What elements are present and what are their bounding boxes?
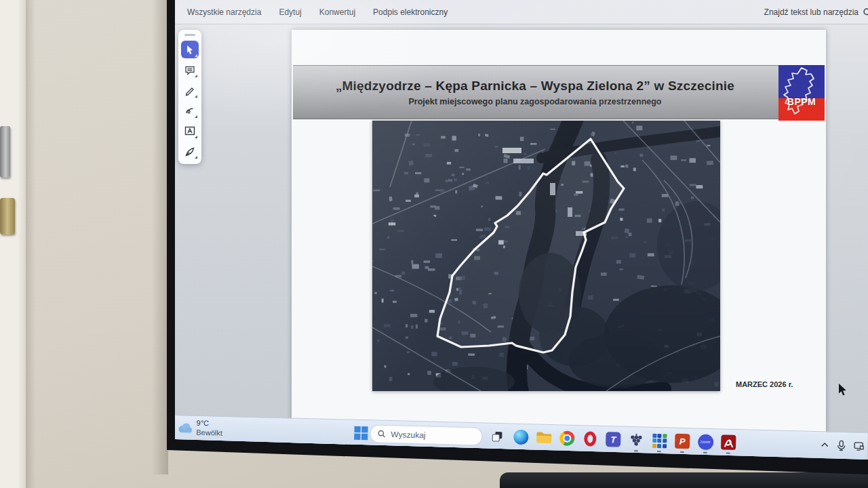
zoom-button[interactable]: zoom: [696, 432, 715, 451]
zoom-app-icon: zoom: [697, 434, 713, 450]
monitor-bezel: Wszystkie narzędzia Edytuj Konwertuj Pod…: [167, 0, 868, 476]
search-placeholder: Wyszukaj: [391, 430, 426, 440]
taskbar-search[interactable]: Wyszukaj: [370, 424, 483, 445]
acrobat-button[interactable]: [719, 433, 738, 451]
edge-button[interactable]: [512, 428, 530, 447]
edge-icon: [513, 430, 529, 445]
powerpoint-button[interactable]: P: [673, 432, 692, 451]
menu-edit[interactable]: Edytuj: [279, 7, 301, 17]
opera-button[interactable]: [581, 430, 599, 448]
satellite-map-graphic: [372, 121, 720, 391]
acrobat-icon: [721, 434, 736, 450]
fill-sign-tool-button[interactable]: [181, 142, 199, 160]
grapes-app-button[interactable]: [627, 431, 646, 449]
powerpoint-icon: P: [675, 434, 690, 449]
start-button[interactable]: [352, 424, 370, 443]
select-tool-button[interactable]: [181, 41, 199, 58]
bppm-logo-text: BPPM: [778, 96, 825, 107]
satellite-map: [372, 121, 720, 391]
menu-all-tools[interactable]: Wszystkie narzędzia: [187, 7, 261, 17]
mouse-cursor: [838, 384, 848, 396]
highlight-tool-button[interactable]: [181, 81, 199, 99]
tray-expand-button[interactable]: [816, 436, 834, 454]
door-frame-shadow: [26, 0, 35, 488]
teams-button[interactable]: T: [604, 430, 623, 449]
door-hinge-lower: [0, 198, 15, 235]
weather-condition: Bewölkt: [196, 428, 222, 439]
grapes-icon: [628, 433, 644, 447]
windows-logo-icon: [353, 426, 369, 441]
chevron-up-icon: [819, 439, 830, 450]
microphone-tray-button[interactable]: [832, 436, 850, 455]
search-icon: [863, 7, 868, 18]
opera-icon: [584, 431, 597, 446]
weather-widget[interactable]: 9°C Bewölkt: [177, 418, 222, 438]
microphone-icon: [835, 439, 846, 451]
task-view-icon: [490, 430, 504, 443]
chrome-icon: [559, 430, 575, 446]
draw-tool-button[interactable]: [181, 102, 199, 119]
acrobat-menubar: Wszystkie narzędzia Edytuj Konwertuj Pod…: [175, 0, 868, 24]
bppm-logo: BPPM: [778, 65, 825, 121]
network-display-icon: [852, 440, 864, 451]
slide-title: „Międzyodrze – Kępa Parnicka – Wyspa Zie…: [336, 79, 734, 94]
office-grid-button[interactable]: [650, 432, 669, 450]
file-explorer-button[interactable]: [535, 428, 553, 447]
door-frame: [0, 0, 26, 488]
bppm-logo-graphic: [778, 65, 825, 121]
pdf-page: „Międzyodrze – Kępa Parnicka – Wyspa Zie…: [292, 30, 826, 450]
chrome-button[interactable]: [558, 429, 576, 447]
find-tools-label: Znajdź tekst lub narzędzia: [764, 7, 859, 17]
textbox-tool-button[interactable]: [181, 122, 199, 140]
screen: Wszystkie narzędzia Edytuj Konwertuj Pod…: [175, 0, 868, 476]
teams-icon: T: [606, 432, 621, 447]
door-hinge-upper: [0, 126, 10, 178]
search-icon: [377, 430, 386, 439]
app-grid-icon: [652, 433, 667, 448]
toolbar-drag-handle[interactable]: [184, 34, 195, 36]
acrobat-quick-tools: [178, 30, 201, 164]
slide-subtitle: Projekt miejscowego planu zagospodarowan…: [409, 97, 662, 106]
cloud-icon: [177, 422, 192, 434]
folder-icon: [536, 430, 552, 445]
task-view-button[interactable]: [488, 428, 507, 446]
slide-date: MARZEC 2026 r.: [736, 380, 804, 388]
slide-title-bar: „Międzyodrze – Kępa Parnicka – Wyspa Zie…: [293, 65, 825, 119]
menu-esign[interactable]: Podpis elektroniczny: [373, 7, 448, 17]
weather-temp: 9°C: [197, 419, 223, 429]
find-tools-button[interactable]: Znajdź tekst lub narzędzia: [764, 0, 868, 24]
menu-convert[interactable]: Konwertuj: [319, 7, 355, 17]
monitor-shadow: [152, 0, 168, 474]
soundbar: [500, 472, 868, 488]
volume-tray-button[interactable]: [865, 437, 868, 455]
comment-tool-button[interactable]: [181, 61, 199, 79]
